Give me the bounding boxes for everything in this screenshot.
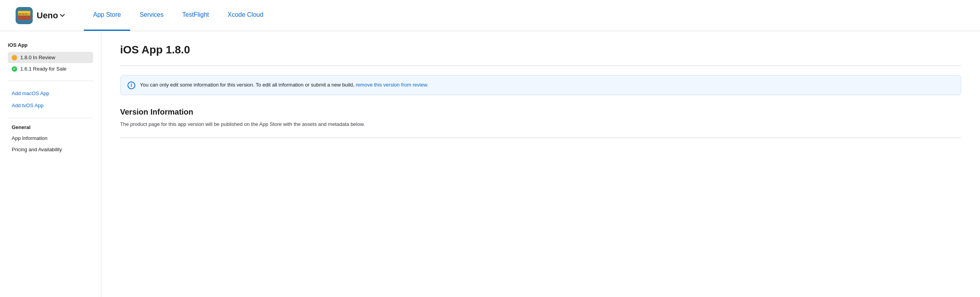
page-title: iOS App 1.8.0 (120, 44, 961, 56)
sidebar-item-v1-6-1[interactable]: 1.6.1 Ready for Sale (8, 63, 93, 74)
remove-from-review-link[interactable]: remove this version from review. (356, 82, 428, 88)
main-nav: App Store Services TestFlight Xcode Clou… (84, 0, 273, 31)
add-tvos-link[interactable]: Add tvOS App (8, 99, 93, 111)
svg-rect-5 (22, 13, 24, 15)
info-banner-text: You can only edit some information for t… (140, 81, 428, 89)
svg-rect-3 (18, 11, 30, 13)
svg-rect-2 (18, 16, 30, 19)
divider-version-info (120, 138, 961, 138)
sidebar-item-v1-8-0[interactable]: 1.8.0 In Review (8, 52, 93, 63)
tab-services[interactable]: Services (130, 0, 173, 31)
divider-top (120, 65, 961, 66)
info-banner: i You can only edit some information for… (120, 75, 961, 95)
sidebar-item-app-information[interactable]: App Information (8, 133, 93, 144)
main-content: iOS App 1.8.0 i You can only edit some i… (101, 31, 980, 297)
info-icon: i (127, 81, 135, 89)
add-macos-link[interactable]: Add macOS App (8, 87, 93, 99)
status-dot-yellow (12, 55, 17, 60)
page-layout: iOS App 1.8.0 In Review 1.6.1 Ready for … (0, 31, 980, 297)
svg-rect-6 (25, 13, 27, 15)
status-dot-green (12, 66, 17, 72)
app-name-label[interactable]: Ueno (37, 11, 65, 21)
tab-testflight[interactable]: TestFlight (173, 0, 218, 31)
header: Ueno App Store Services TestFlight Xcode… (0, 0, 980, 31)
svg-rect-4 (19, 13, 21, 15)
version-label: 1.6.1 Ready for Sale (20, 66, 67, 72)
version-info-title: Version Information (120, 108, 961, 117)
tab-xcode-cloud[interactable]: Xcode Cloud (218, 0, 273, 31)
sidebar: iOS App 1.8.0 In Review 1.6.1 Ready for … (0, 31, 101, 297)
sidebar-divider-1 (8, 81, 93, 81)
version-label: 1.8.0 In Review (20, 55, 55, 60)
sidebar-item-pricing-availability[interactable]: Pricing and Availability (8, 144, 93, 155)
sidebar-divider-2 (8, 118, 93, 118)
version-info-description: The product page for this app version wi… (120, 120, 961, 128)
tab-app-store[interactable]: App Store (84, 0, 130, 31)
brand: Ueno (16, 7, 65, 24)
app-icon (16, 7, 33, 24)
chevron-down-icon (60, 13, 65, 18)
general-section-title: General (8, 124, 93, 130)
ios-app-section-title: iOS App (8, 42, 93, 48)
